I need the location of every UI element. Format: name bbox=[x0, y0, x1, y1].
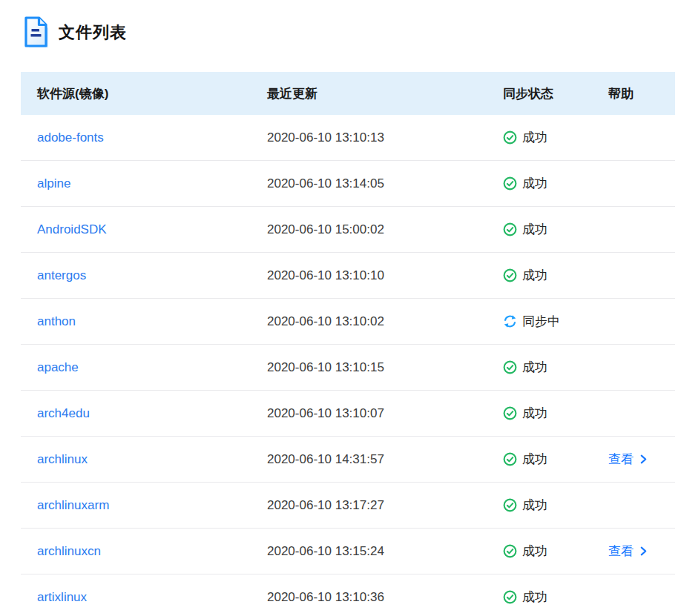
check-circle-icon bbox=[503, 130, 517, 145]
mirror-name-cell: archlinuxarm bbox=[21, 498, 267, 513]
table-row: archlinuxcn 2020-06-10 13:15:24 成功 bbox=[21, 529, 675, 574]
mirror-name-cell: AndroidSDK bbox=[21, 222, 267, 237]
sync-status-cell: 成功 bbox=[503, 175, 608, 192]
mirror-link[interactable]: archlinuxarm bbox=[37, 498, 109, 512]
mirror-file-list-page: 文件列表 软件源(镜像) 最近更新 同步状态 帮助 adobe-fonts 20… bbox=[0, 0, 681, 616]
mirror-name-cell: antergos bbox=[21, 268, 267, 283]
status-label: 成功 bbox=[522, 359, 547, 376]
table-row: archlinuxarm 2020-06-10 13:17:27 成功 bbox=[21, 483, 675, 529]
last-updated-cell: 2020-06-10 13:10:02 bbox=[267, 314, 503, 329]
column-header-status: 同步状态 bbox=[503, 85, 608, 102]
table-header-row: 软件源(镜像) 最近更新 同步状态 帮助 bbox=[21, 72, 675, 115]
chevron-right-icon bbox=[639, 546, 648, 556]
status-label: 成功 bbox=[522, 589, 547, 606]
mirror-name-cell: apache bbox=[21, 360, 267, 375]
table-row: apache 2020-06-10 13:10:15 成功 bbox=[21, 345, 675, 391]
page-title: 文件列表 bbox=[59, 21, 127, 44]
status-label: 成功 bbox=[522, 221, 547, 238]
check-circle-icon bbox=[503, 406, 517, 420]
mirror-link[interactable]: artixlinux bbox=[37, 590, 87, 604]
sync-status-cell: 成功 bbox=[503, 405, 608, 422]
status-label: 成功 bbox=[522, 451, 547, 468]
view-help-link[interactable]: 查看 bbox=[608, 543, 648, 560]
mirror-link[interactable]: archlinuxcn bbox=[37, 544, 101, 558]
mirror-link[interactable]: archlinux bbox=[37, 452, 88, 466]
status-label: 成功 bbox=[522, 497, 547, 514]
sync-status-cell: 成功 bbox=[503, 267, 608, 284]
mirror-link[interactable]: apache bbox=[37, 360, 79, 374]
view-help-link[interactable]: 查看 bbox=[608, 451, 648, 468]
status-label: 同步中 bbox=[522, 313, 560, 330]
last-updated-cell: 2020-06-10 13:17:27 bbox=[267, 498, 503, 513]
view-link-label: 查看 bbox=[608, 451, 634, 468]
check-circle-icon bbox=[503, 176, 517, 191]
mirror-link[interactable]: AndroidSDK bbox=[37, 222, 107, 236]
column-header-mirror: 软件源(镜像) bbox=[21, 85, 267, 102]
sync-status-cell: 成功 bbox=[503, 221, 608, 238]
table-row: adobe-fonts 2020-06-10 13:10:13 成功 bbox=[21, 115, 675, 161]
table-body: adobe-fonts 2020-06-10 13:10:13 成功 bbox=[21, 115, 675, 616]
page-title-row: 文件列表 bbox=[22, 15, 127, 50]
sync-status-cell: 成功 bbox=[503, 543, 608, 560]
last-updated-cell: 2020-06-10 14:31:57 bbox=[267, 452, 503, 467]
sync-icon bbox=[503, 314, 517, 328]
status-label: 成功 bbox=[522, 543, 547, 560]
status-label: 成功 bbox=[522, 405, 547, 422]
mirror-name-cell: alpine bbox=[21, 176, 267, 191]
status-label: 成功 bbox=[522, 175, 547, 192]
table-row: archlinux 2020-06-10 14:31:57 成功 bbox=[21, 437, 675, 483]
table-row: artixlinux 2020-06-10 13:10:36 成功 bbox=[21, 574, 675, 616]
check-circle-icon bbox=[503, 544, 517, 558]
table-row: antergos 2020-06-10 13:10:10 成功 bbox=[21, 253, 675, 299]
mirror-link[interactable]: alpine bbox=[37, 176, 70, 191]
check-circle-icon bbox=[503, 590, 517, 604]
last-updated-cell: 2020-06-10 13:10:15 bbox=[267, 360, 503, 375]
last-updated-cell: 2020-06-10 15:00:02 bbox=[267, 222, 503, 237]
view-link-label: 查看 bbox=[608, 543, 634, 560]
check-circle-icon bbox=[503, 452, 517, 466]
check-circle-icon bbox=[503, 498, 517, 512]
mirror-name-cell: arch4edu bbox=[21, 406, 267, 421]
column-header-help: 帮助 bbox=[608, 85, 675, 102]
help-cell: 查看 bbox=[608, 451, 675, 468]
last-updated-cell: 2020-06-10 13:10:36 bbox=[267, 590, 503, 605]
chevron-right-icon bbox=[639, 454, 648, 464]
status-label: 成功 bbox=[522, 129, 547, 146]
mirror-name-cell: adobe-fonts bbox=[21, 130, 267, 145]
mirror-name-cell: archlinux bbox=[21, 452, 267, 467]
mirror-link[interactable]: anthon bbox=[37, 314, 76, 328]
mirror-name-cell: archlinuxcn bbox=[21, 544, 267, 559]
sync-status-cell: 成功 bbox=[503, 589, 608, 606]
table-row: alpine 2020-06-10 13:14:05 成功 bbox=[21, 161, 675, 207]
status-label: 成功 bbox=[522, 267, 547, 284]
mirror-name-cell: artixlinux bbox=[21, 590, 267, 605]
check-circle-icon bbox=[503, 222, 517, 236]
sync-status-cell: 成功 bbox=[503, 359, 608, 376]
last-updated-cell: 2020-06-10 13:10:10 bbox=[267, 268, 503, 283]
column-header-updated: 最近更新 bbox=[267, 85, 503, 102]
sync-status-cell: 成功 bbox=[503, 129, 608, 146]
last-updated-cell: 2020-06-10 13:10:13 bbox=[267, 130, 503, 145]
table-row: arch4edu 2020-06-10 13:10:07 成功 bbox=[21, 391, 675, 437]
table-row: anthon 2020-06-10 13:10:02 同步中 bbox=[21, 299, 675, 345]
sync-status-cell: 成功 bbox=[503, 451, 608, 468]
sync-status-cell: 成功 bbox=[503, 497, 608, 514]
mirror-link[interactable]: adobe-fonts bbox=[37, 130, 104, 145]
table-row: AndroidSDK 2020-06-10 15:00:02 成功 bbox=[21, 207, 675, 253]
document-icon bbox=[22, 15, 52, 50]
mirror-name-cell: anthon bbox=[21, 314, 267, 329]
help-cell: 查看 bbox=[608, 543, 675, 560]
last-updated-cell: 2020-06-10 13:14:05 bbox=[267, 176, 503, 191]
mirror-link[interactable]: arch4edu bbox=[37, 406, 90, 420]
check-circle-icon bbox=[503, 360, 517, 374]
sync-status-cell: 同步中 bbox=[503, 313, 608, 330]
last-updated-cell: 2020-06-10 13:15:24 bbox=[267, 544, 503, 559]
last-updated-cell: 2020-06-10 13:10:07 bbox=[267, 406, 503, 421]
mirror-table: 软件源(镜像) 最近更新 同步状态 帮助 adobe-fonts 2020-06… bbox=[21, 72, 675, 616]
mirror-link[interactable]: antergos bbox=[37, 268, 86, 282]
check-circle-icon bbox=[503, 268, 517, 282]
